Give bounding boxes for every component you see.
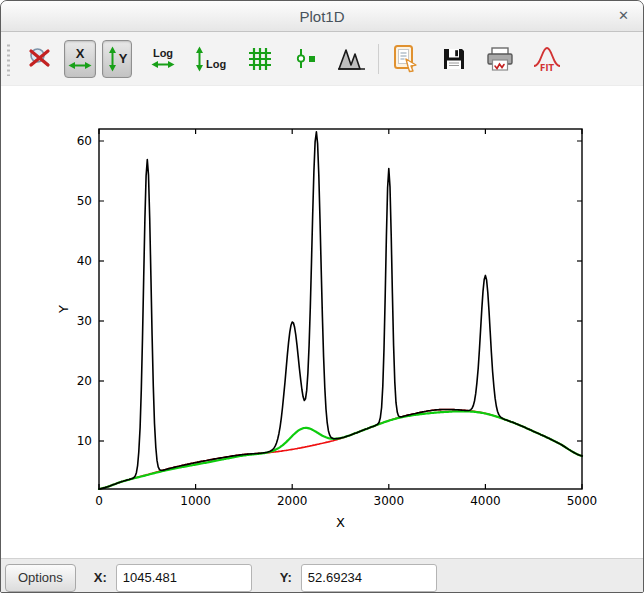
x-log-button[interactable]: Log (147, 40, 179, 78)
x-log-label: Log (153, 48, 173, 59)
grid-icon (247, 46, 273, 72)
svg-text:50: 50 (77, 194, 92, 208)
peaks-icon (338, 47, 365, 71)
peaks-button[interactable] (334, 40, 369, 78)
svg-text:1000: 1000 (180, 494, 211, 508)
x-coordinate-field[interactable] (116, 564, 252, 592)
plot1d-window: Plot1D ✕ X (0, 0, 644, 593)
plot-canvas[interactable]: 010002000300040005000102030405060XY (1, 86, 643, 558)
print-button[interactable] (482, 40, 518, 78)
svg-text:20: 20 (77, 374, 92, 388)
svg-text:5000: 5000 (567, 494, 598, 508)
fit-label: FIT (540, 64, 554, 73)
toolbar: X Y Log (1, 32, 643, 86)
zoom-reset-icon (27, 45, 54, 72)
horizontal-arrow-icon (68, 60, 92, 71)
line-points-icon (294, 46, 319, 71)
vertical-arrow-icon (107, 46, 118, 72)
horizontal-arrow-icon (151, 59, 175, 70)
copy-button[interactable] (388, 40, 424, 78)
fit-button[interactable]: FIT (529, 40, 565, 78)
svg-text:30: 30 (77, 314, 92, 328)
save-button[interactable] (437, 40, 471, 78)
x-coordinate-label: X: (94, 570, 107, 585)
titlebar[interactable]: Plot1D ✕ (1, 1, 643, 32)
y-log-button[interactable]: Log (190, 40, 230, 78)
y-autoscale-label: Y (119, 52, 128, 65)
zoom-reset-button[interactable] (23, 40, 58, 78)
svg-text:X: X (336, 515, 345, 530)
printer-icon (486, 46, 514, 72)
fit-peak-icon: FIT (533, 45, 561, 73)
x-autoscale-button[interactable]: X (64, 40, 96, 78)
floppy-disk-icon (441, 46, 467, 72)
close-button[interactable]: ✕ (618, 7, 629, 25)
points-toggle-button[interactable] (290, 40, 323, 78)
svg-text:10: 10 (77, 434, 92, 448)
grid-button[interactable] (243, 40, 277, 78)
plot-area[interactable]: 010002000300040005000102030405060XY (1, 86, 643, 558)
svg-text:40: 40 (77, 254, 92, 268)
statusbar: Options X: Y: (1, 558, 643, 593)
svg-text:2000: 2000 (277, 494, 308, 508)
svg-text:0: 0 (95, 494, 103, 508)
x-autoscale-label: X (76, 47, 85, 60)
svg-text:3000: 3000 (374, 494, 405, 508)
svg-text:4000: 4000 (470, 494, 501, 508)
svg-text:Y: Y (56, 305, 71, 314)
toolbar-grip[interactable] (5, 42, 12, 76)
clipboard-icon (392, 44, 420, 73)
window-title: Plot1D (299, 8, 344, 25)
options-button[interactable]: Options (5, 564, 76, 592)
y-log-label: Log (206, 59, 226, 70)
toolbar-separator (378, 44, 379, 74)
y-coordinate-field[interactable] (301, 564, 437, 592)
y-coordinate-label: Y: (280, 570, 292, 585)
y-autoscale-button[interactable]: Y (102, 40, 132, 78)
vertical-arrow-icon (194, 46, 205, 72)
svg-text:60: 60 (77, 134, 92, 148)
